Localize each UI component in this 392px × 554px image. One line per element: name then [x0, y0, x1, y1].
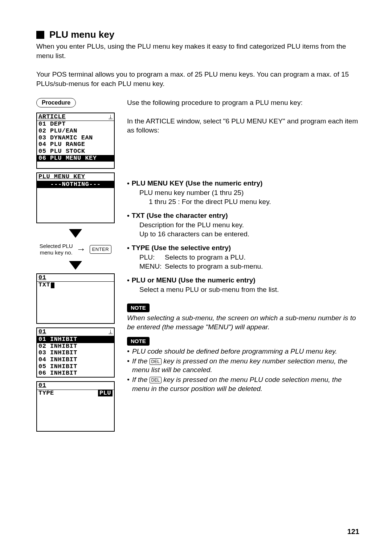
- lcd-txt: 01 TXT: [36, 273, 115, 324]
- list-item: 05 INHIBIT: [37, 363, 114, 370]
- arrow-right-icon: →: [77, 244, 86, 255]
- del-key-icon: DEL: [150, 358, 162, 365]
- section-line: Select a menu PLU or sub-menu from the l…: [139, 285, 359, 294]
- note-item: If the DEL key is pressed on the menu PL…: [127, 375, 359, 393]
- note-item: If the DEL key is pressed on the menu ke…: [127, 357, 359, 375]
- field-section: •PLU or MENU (Use the numeric entry) Sel…: [127, 276, 359, 294]
- lcd-inhibit-list: 01 ↓ 01 INHIBIT 02 INHIBIT 03 INHIBIT 04…: [36, 327, 115, 378]
- def-key: MENU:: [139, 262, 165, 271]
- section-line: 1 thru 25 : For the direct PLU menu key.: [149, 197, 359, 207]
- lcd-type-value: PLU: [98, 390, 113, 397]
- page-number: 121: [347, 527, 359, 536]
- section-line: Description for the PLU menu key.: [139, 220, 359, 230]
- field-section: •TXT (Use the character entry) Descripti…: [127, 211, 359, 239]
- section-line: PLU menu key number (1 thru 25): [139, 188, 359, 197]
- lcd-type-field: TYPE: [38, 390, 54, 397]
- right-intro-2: In the ARTICLE window, select "6 PLU MEN…: [127, 117, 359, 135]
- note-text: When selecting a sub-menu, the screen on…: [127, 314, 359, 331]
- list-item: 04 PLU RANGE: [37, 141, 114, 148]
- def-key: PLU:: [139, 253, 165, 262]
- list-item: 01 DEPT: [37, 121, 114, 128]
- field-section: •TYPE (Use the selective entry) PLU:Sele…: [127, 243, 359, 271]
- instruction-column: Use the following procedure to program a…: [127, 98, 359, 436]
- arrow-down-icon: [69, 229, 82, 238]
- intro-paragraph-1: When you enter PLUs, using the PLU menu …: [36, 42, 359, 60]
- note-list: PLU code should be defined before progra…: [127, 347, 359, 393]
- enter-key: ENTER: [90, 245, 112, 254]
- page-title: PLU menu key: [49, 29, 114, 40]
- lcd-type-title: 01: [38, 382, 46, 389]
- list-item: 02 PLU/EAN: [37, 128, 114, 135]
- del-key-icon: DEL: [150, 377, 162, 383]
- section-title: TYPE (Use the selective entry): [132, 243, 231, 253]
- right-intro-1: Use the following procedure to program a…: [127, 98, 359, 107]
- page-title-row: PLU menu key: [36, 29, 359, 40]
- list-item-selected: 06 PLU MENU KEY: [37, 155, 114, 162]
- section-title: PLU or MENU (Use the numeric entry): [132, 276, 256, 285]
- list-item: 02 INHIBIT: [37, 343, 114, 350]
- field-section: •PLU MENU KEY (Use the numeric entry) PL…: [127, 179, 359, 207]
- note-badge: NOTE: [127, 304, 150, 312]
- lcd-article-title: ARTICLE: [38, 114, 66, 121]
- section-title: PLU MENU KEY (Use the numeric entry): [132, 179, 263, 188]
- lcd-plu-title: PLU MENU KEY: [38, 174, 85, 180]
- lcd-inhibit-title: 01: [38, 329, 46, 335]
- lcd-article: ARTICLE ↓ 01 DEPT 02 PLU/EAN 03 DYNAMIC …: [36, 113, 115, 169]
- lcd-plu-menu-key: PLU MENU KEY ---NOTHING---: [36, 172, 115, 223]
- note-item: PLU code should be defined before progra…: [127, 347, 359, 356]
- title-bullet-icon: [36, 31, 44, 39]
- list-item: 06 INHIBIT: [37, 370, 114, 377]
- procedure-badge: Procedure: [36, 98, 76, 107]
- def-val: Selects to program a PLU.: [165, 253, 246, 262]
- list-item: 05 PLU STOCK: [37, 148, 114, 155]
- lcd-txt-field: TXT: [38, 282, 50, 289]
- list-item: 04 INHIBIT: [37, 357, 114, 363]
- note-badge: NOTE: [127, 337, 150, 346]
- list-item-selected: 01 INHIBIT: [37, 336, 114, 343]
- lcd-txt-title: 01: [38, 274, 46, 281]
- section-title: TXT (Use the character entry): [132, 211, 228, 220]
- procedure-column: Procedure ARTICLE ↓ 01 DEPT 02 PLU/EAN 0…: [36, 98, 115, 436]
- text-cursor-icon: [51, 282, 54, 288]
- arrow-down-icon: [69, 261, 82, 270]
- list-item-selected: ---NOTHING---: [37, 181, 114, 188]
- list-item: 03 INHIBIT: [37, 350, 114, 357]
- lcd-type: 01 TYPE PLU: [36, 381, 115, 432]
- list-item: 03 DYNAMIC EAN: [37, 135, 114, 142]
- lcd-scroll-down-icon: ↓: [109, 114, 113, 121]
- lcd-scroll-down-icon: ↓: [109, 329, 113, 335]
- section-line: Up to 16 characters can be entered.: [139, 229, 359, 239]
- def-val: Selects to program a sub-menu.: [165, 262, 263, 271]
- intro-paragraph-2: Your POS terminal allows you to program …: [36, 70, 359, 88]
- step-enter-row: Selected PLU menu key no. → ENTER: [40, 243, 111, 256]
- step-label: Selected PLU menu key no.: [40, 243, 73, 256]
